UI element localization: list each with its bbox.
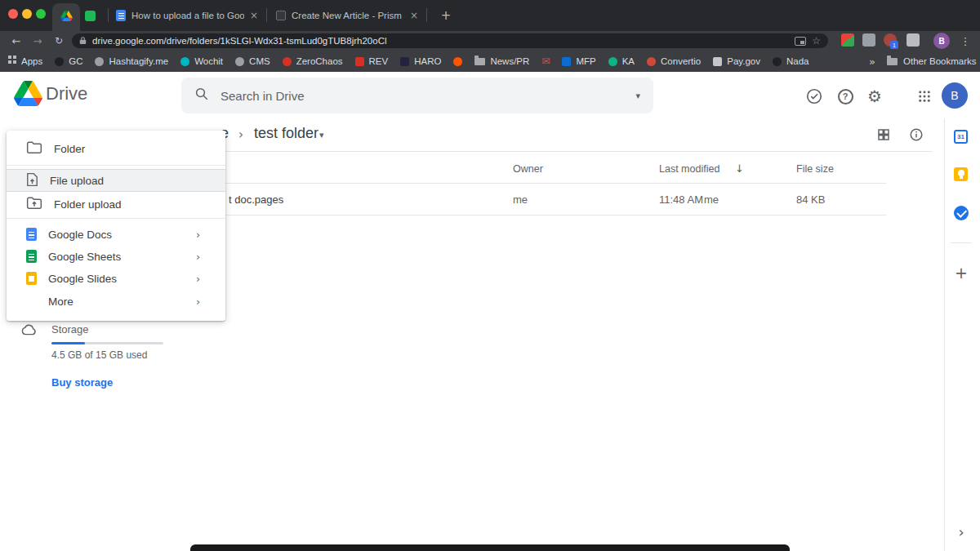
grid-view-toggle-icon[interactable] [876,127,891,145]
pinned-tab-2[interactable] [83,9,96,22]
add-addon-plus-icon[interactable]: + [952,264,970,282]
favicon [235,57,244,66]
bookmark-item[interactable]: News/PR [474,56,529,66]
search-bar[interactable]: Search in Drive ▾ [181,78,653,113]
storage-progress-fill [51,342,85,344]
file-name[interactable]: t doc.pages [229,193,283,206]
other-bookmarks-label: Other Bookmarks [903,56,976,66]
keep-icon[interactable] [954,167,968,181]
reload-button[interactable]: ↻ [49,31,69,51]
tab-1[interactable]: How to upload a file to Google D × [109,0,265,31]
bookmark-item[interactable] [453,57,462,66]
file-upload-icon [26,172,38,189]
file-owner: me [513,193,528,206]
minimize-window-button[interactable] [22,9,32,19]
bookmark-item[interactable]: MFP [562,56,595,66]
browser-menu-icon[interactable]: ⋮ [956,31,975,51]
calendar-icon[interactable] [954,130,968,144]
details-info-icon[interactable] [909,127,924,145]
column-header-modified[interactable]: Last modified [659,163,719,175]
bookmark-item[interactable]: KA [608,56,635,66]
bookmark-label: Pay.gov [727,56,760,66]
bookmark-item[interactable]: ZeroChaos [283,56,343,66]
bookmark-item[interactable]: Pay.gov [713,56,760,66]
column-header-size[interactable]: File size [796,163,834,175]
bookmark-item[interactable]: HARO [400,56,441,66]
tab-1-title: How to upload a file to Google D [131,11,244,20]
menu-divider [7,165,225,166]
search-input[interactable]: Search in Drive [220,89,624,103]
search-options-caret-icon[interactable]: ▾ [635,91,640,101]
new-tab-button[interactable]: + [436,7,456,24]
forward-button[interactable]: → [28,31,47,51]
menu-item-google-sheets[interactable]: Google Sheets › [7,245,225,268]
bookmark-item[interactable]: Convertio [647,56,701,66]
tab-2-favicon-icon [276,11,286,20]
bookmark-label: Apps [21,56,42,66]
favicon [180,57,189,66]
back-button[interactable]: ← [7,31,26,51]
favicon [55,57,64,66]
bookmark-item[interactable]: Apps [8,56,42,66]
sort-arrow-icon[interactable]: ↓ [735,162,744,175]
drive-profile-avatar[interactable]: B [942,82,968,109]
bookmarks-overflow-icon[interactable]: » [864,51,880,72]
close-window-button[interactable] [8,9,18,19]
google-apps-grid-icon[interactable] [915,87,934,106]
drive-logo-icon[interactable] [14,81,42,109]
menu-item-google-slides[interactable]: Google Slides › [7,267,225,290]
offline-status-icon[interactable] [804,87,824,106]
bookmark-item[interactable]: Hashtagify.me [95,56,168,66]
file-size: 84 KB [796,193,825,206]
menu-divider [7,218,225,219]
extension-icon-4[interactable] [906,33,920,47]
media-control-icon[interactable] [795,37,806,46]
bookmark-item[interactable]: GC [55,56,82,66]
menu-item-folder[interactable]: Folder [7,137,225,160]
bookmark-label: CMS [249,56,270,66]
settings-gear-icon[interactable]: ⚙ [865,87,884,106]
lock-icon [79,33,87,48]
tab-2[interactable]: Create New Article - Prism × [270,0,425,31]
menu-item-google-docs[interactable]: Google Docs › [7,223,225,246]
other-bookmarks-button[interactable]: Other Bookmarks [887,51,976,72]
menu-item-more[interactable]: More › [7,290,225,313]
storage-label[interactable]: Storage [51,323,89,335]
favicon [283,57,292,66]
collapse-panel-chevron-icon[interactable]: › [952,522,970,540]
menu-item-folder-upload[interactable]: Folder upload [7,193,225,216]
tab-1-favicon-icon [116,10,126,21]
bookmark-label: Convertio [661,56,701,66]
storage-used-text: 4.5 GB of 15 GB used [51,349,147,361]
bookmark-label: News/PR [490,56,529,66]
zoom-window-button[interactable] [36,9,46,19]
breadcrumb-chevron-icon: › [238,127,243,142]
pinned-tab-drive[interactable] [52,3,80,31]
favicon [400,57,409,66]
menu-item-file-upload[interactable]: File upload [7,169,225,192]
extension-icon-1[interactable] [841,33,854,47]
bookmark-item[interactable]: Nada [773,56,809,66]
google-slides-icon [26,272,37,285]
bookmark-item[interactable]: Wochit [180,56,223,66]
storage-progress-bar [51,342,163,344]
tab-2-close-icon[interactable]: × [410,10,418,21]
menu-item-label: File upload [50,175,104,187]
buy-storage-button[interactable]: Buy storage [51,376,113,389]
help-icon[interactable]: ? [835,87,855,106]
column-header-owner[interactable]: Owner [513,163,543,175]
address-bar[interactable]: drive.google.com/drive/folders/1kSLGl-Wd… [72,33,828,48]
folder-actions-caret-icon[interactable]: ▾ [319,130,324,140]
bookmark-star-icon[interactable]: ☆ [812,35,821,47]
search-icon [194,87,209,104]
tab-strip: How to upload a file to Google D × Creat… [0,0,980,31]
breadcrumb-current-folder[interactable]: test folder [254,125,318,142]
tab-1-close-icon[interactable]: × [250,10,258,21]
bookmark-item[interactable]: REV [355,56,389,66]
tasks-icon[interactable] [954,206,969,220]
google-docs-icon [26,228,37,241]
extension-icon-2[interactable] [862,33,875,47]
browser-profile-avatar[interactable]: B [933,33,950,49]
bookmark-item[interactable]: ✉ [541,56,550,66]
bookmark-item[interactable]: CMS [235,56,270,66]
